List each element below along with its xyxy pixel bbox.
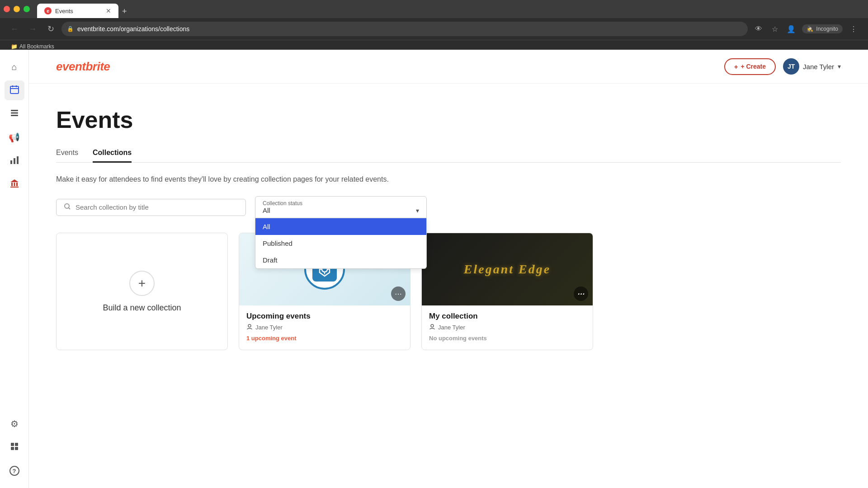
sidebar-item-help[interactable]: ? [5,461,24,481]
dropdown-chevron-icon: ▾ [416,207,419,214]
new-tab-button[interactable]: + [118,5,131,18]
eventbrite-logo: eventbrite [56,60,110,73]
create-plus-icon: + [734,63,738,70]
svg-rect-9 [17,156,19,164]
svg-rect-11 [11,183,13,186]
my-collection-more-button[interactable]: ⋯ [574,286,588,301]
dropdown-trigger[interactable]: Collection status All ▾ [255,196,427,218]
upcoming-events-card-title: Upcoming events [246,312,403,321]
main-area: eventbrite + + Create JT Jane Tyler ▾ Ev… [29,50,868,488]
barchart-icon [9,155,19,167]
window-maximize-button[interactable] [24,6,30,12]
nav-forward-button[interactable]: → [25,22,40,36]
new-collection-card[interactable]: + Build a new collection [56,233,228,350]
create-button[interactable]: + + Create [724,58,776,75]
svg-rect-8 [14,158,15,164]
window-close-button[interactable] [4,6,10,12]
user-avatar: JT [783,58,799,75]
my-collection-status: No upcoming events [429,335,585,342]
search-icon [64,203,71,212]
nav-menu-button[interactable]: ⋮ [846,22,861,36]
svg-rect-14 [10,187,19,188]
user-menu[interactable]: JT Jane Tyler ▾ [783,58,841,75]
my-collection-card-body: My collection Jane Tyler No upcoming eve… [422,305,593,348]
bank-icon [9,178,19,191]
new-collection-plus-icon: + [129,271,155,296]
bookmark-folder-icon: 📁 [11,43,18,50]
upcoming-events-card-body: Upcoming events Jane Tyler 1 upcoming ev… [239,305,410,348]
svg-rect-16 [15,443,18,446]
my-collection-author-name: Jane Tyler [438,324,465,331]
dropdown-option-published[interactable]: Published [255,235,426,252]
svg-line-20 [69,207,71,209]
svg-rect-6 [11,115,18,116]
svg-rect-0 [10,86,19,94]
dropdown-menu: All Published Draft [255,218,427,269]
search-box[interactable] [56,199,246,216]
upcoming-events-more-button[interactable]: ⋯ [391,286,406,301]
sidebar: ⌂ 📢 [0,50,29,488]
nav-star-icon[interactable]: ☆ [768,22,782,36]
my-collection-card-author: Jane Tyler [429,324,585,331]
svg-point-28 [431,324,434,327]
user-chevron-icon: ▾ [838,63,841,70]
address-lock-icon: 🔒 [67,26,74,32]
nav-profile-icon[interactable]: 👤 [784,22,798,36]
sidebar-item-marketing[interactable]: 📢 [5,127,24,147]
nav-back-button[interactable]: ← [7,22,22,36]
window-controls [4,6,30,12]
logo-area: eventbrite [56,60,110,74]
collection-status-dropdown: Collection status All ▾ All Published [255,196,427,218]
browser-nav: ← → ↻ 🔒 👁 ☆ 👤 🕵 Incognito ⋮ [0,18,868,40]
dropdown-option-draft[interactable]: Draft [255,252,426,268]
browser-tab-events[interactable]: e Events ✕ [37,4,118,18]
collections-grid: + Build a new collection [56,233,841,350]
address-bar[interactable]: 🔒 [61,22,748,36]
sidebar-item-calendar[interactable] [5,80,24,100]
svg-point-27 [248,324,251,327]
sidebar-item-orders[interactable] [5,104,24,124]
sidebar-item-home[interactable]: ⌂ [5,57,24,77]
svg-rect-12 [14,183,15,186]
new-collection-label: Build a new collection [103,303,181,313]
my-collection-image-text: Elegant Edge [464,262,551,277]
sidebar-item-reports[interactable] [5,151,24,171]
tab-close-button[interactable]: ✕ [106,7,111,14]
my-collection-author-icon [429,324,435,331]
tab-bar: e Events ✕ + [35,0,131,18]
upcoming-events-card-author: Jane Tyler [246,324,403,331]
window-minimize-button[interactable] [14,6,20,12]
svg-rect-5 [11,112,18,113]
svg-marker-10 [10,179,19,182]
sidebar-item-apps[interactable] [5,437,24,457]
sidebar-item-finance[interactable] [5,174,24,194]
search-input[interactable] [75,203,238,211]
calendar-icon [9,84,19,97]
nav-refresh-button[interactable]: ↻ [43,22,58,36]
upcoming-events-status: 1 upcoming event [246,335,403,342]
nav-eye-off-icon[interactable]: 👁 [751,22,766,36]
incognito-hat-icon: 🕵 [807,26,813,32]
page-content: ⌂ 📢 [0,50,868,488]
nav-actions: 👁 ☆ 👤 [751,22,798,36]
header-actions: + + Create JT Jane Tyler ▾ [724,58,841,75]
sidebar-item-settings[interactable]: ⚙ [5,414,24,434]
dropdown-label: Collection status [263,200,419,206]
page-title: Events [56,106,841,133]
author-icon [246,324,253,331]
tab-collections[interactable]: Collections [93,144,132,163]
dropdown-option-all[interactable]: All [255,218,426,235]
bookmark-all-bookmarks[interactable]: 📁 All Bookmarks [7,42,58,51]
megaphone-icon: 📢 [9,132,20,143]
address-input[interactable] [77,25,742,33]
dropdown-selected-value: All [263,206,270,214]
tab-favicon: e [44,7,52,14]
svg-rect-18 [15,447,18,450]
my-collection-card-title: My collection [429,312,585,321]
page-description: Make it easy for attendees to find event… [56,175,463,183]
help-icon: ? [9,466,19,476]
incognito-label: Incognito [816,26,838,32]
svg-rect-15 [11,443,14,446]
tab-title: Events [55,8,102,14]
tab-events[interactable]: Events [56,144,78,163]
